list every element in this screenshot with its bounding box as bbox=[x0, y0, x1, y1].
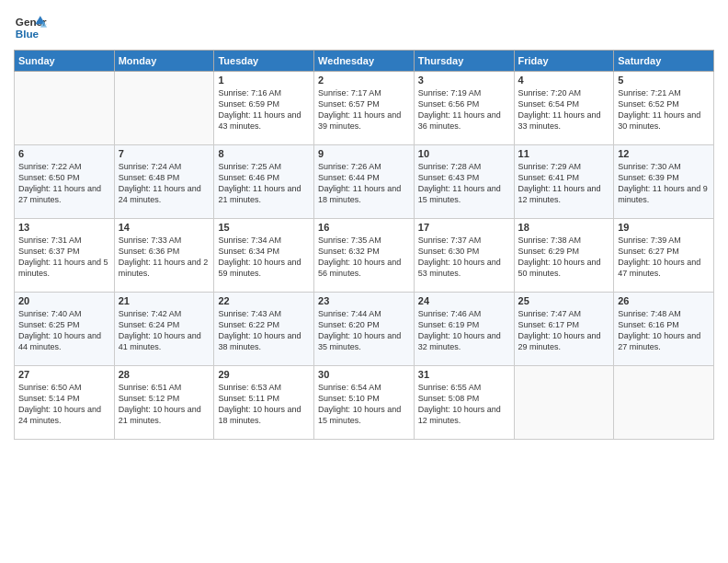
day-detail: Sunrise: 7:17 AM Sunset: 6:57 PM Dayligh… bbox=[318, 87, 410, 132]
day-detail: Sunrise: 7:47 AM Sunset: 6:17 PM Dayligh… bbox=[518, 308, 610, 353]
day-number: 26 bbox=[618, 295, 710, 306]
day-detail: Sunrise: 7:26 AM Sunset: 6:44 PM Dayligh… bbox=[318, 161, 410, 206]
calendar-cell bbox=[15, 72, 115, 145]
day-number: 27 bbox=[18, 369, 110, 380]
day-detail: Sunrise: 6:53 AM Sunset: 5:11 PM Dayligh… bbox=[218, 382, 310, 427]
day-of-week-header: Tuesday bbox=[214, 51, 314, 72]
day-number: 22 bbox=[218, 295, 310, 306]
day-number: 21 bbox=[119, 295, 210, 306]
day-number: 3 bbox=[418, 75, 510, 86]
calendar-week-row: 27Sunrise: 6:50 AM Sunset: 5:14 PM Dayli… bbox=[15, 366, 714, 440]
calendar-cell bbox=[614, 366, 714, 440]
day-detail: Sunrise: 7:28 AM Sunset: 6:43 PM Dayligh… bbox=[418, 161, 510, 206]
day-number: 25 bbox=[518, 295, 610, 306]
calendar-cell: 7Sunrise: 7:24 AM Sunset: 6:48 PM Daylig… bbox=[114, 145, 214, 219]
day-detail: Sunrise: 7:37 AM Sunset: 6:30 PM Dayligh… bbox=[418, 235, 510, 280]
day-of-week-header: Wednesday bbox=[314, 51, 415, 72]
day-detail: Sunrise: 7:29 AM Sunset: 6:41 PM Dayligh… bbox=[518, 161, 610, 206]
day-number: 17 bbox=[418, 222, 510, 233]
calendar-cell: 30Sunrise: 6:54 AM Sunset: 5:10 PM Dayli… bbox=[314, 366, 415, 440]
day-number: 2 bbox=[318, 75, 410, 86]
calendar-week-row: 1Sunrise: 7:16 AM Sunset: 6:59 PM Daylig… bbox=[15, 72, 714, 145]
calendar-cell: 15Sunrise: 7:34 AM Sunset: 6:34 PM Dayli… bbox=[214, 219, 314, 293]
svg-text:Blue: Blue bbox=[16, 28, 40, 40]
day-number: 10 bbox=[418, 148, 510, 159]
day-number: 24 bbox=[418, 295, 510, 306]
day-number: 15 bbox=[218, 222, 310, 233]
day-detail: Sunrise: 7:33 AM Sunset: 6:36 PM Dayligh… bbox=[119, 235, 210, 280]
day-detail: Sunrise: 7:20 AM Sunset: 6:54 PM Dayligh… bbox=[518, 87, 610, 132]
day-number: 18 bbox=[518, 222, 610, 233]
calendar-cell: 3Sunrise: 7:19 AM Sunset: 6:56 PM Daylig… bbox=[414, 72, 514, 145]
calendar-cell: 4Sunrise: 7:20 AM Sunset: 6:54 PM Daylig… bbox=[514, 72, 614, 145]
calendar-cell: 10Sunrise: 7:28 AM Sunset: 6:43 PM Dayli… bbox=[414, 145, 514, 219]
calendar-cell: 29Sunrise: 6:53 AM Sunset: 5:11 PM Dayli… bbox=[214, 366, 314, 440]
day-number: 6 bbox=[18, 148, 110, 159]
calendar-table: SundayMondayTuesdayWednesdayThursdayFrid… bbox=[14, 50, 714, 440]
logo: General Blue bbox=[14, 9, 47, 42]
day-of-week-header: Friday bbox=[514, 51, 614, 72]
calendar-cell: 5Sunrise: 7:21 AM Sunset: 6:52 PM Daylig… bbox=[614, 72, 714, 145]
calendar-cell: 8Sunrise: 7:25 AM Sunset: 6:46 PM Daylig… bbox=[214, 145, 314, 219]
calendar-cell: 22Sunrise: 7:43 AM Sunset: 6:22 PM Dayli… bbox=[214, 293, 314, 366]
day-detail: Sunrise: 7:25 AM Sunset: 6:46 PM Dayligh… bbox=[218, 161, 310, 206]
calendar-cell: 16Sunrise: 7:35 AM Sunset: 6:32 PM Dayli… bbox=[314, 219, 415, 293]
day-number: 28 bbox=[119, 369, 210, 380]
calendar-cell: 17Sunrise: 7:37 AM Sunset: 6:30 PM Dayli… bbox=[414, 219, 514, 293]
calendar-week-row: 20Sunrise: 7:40 AM Sunset: 6:25 PM Dayli… bbox=[15, 293, 714, 366]
day-number: 7 bbox=[119, 148, 210, 159]
calendar-cell bbox=[514, 366, 614, 440]
day-number: 5 bbox=[618, 75, 710, 86]
day-number: 23 bbox=[318, 295, 410, 306]
calendar-header-row: SundayMondayTuesdayWednesdayThursdayFrid… bbox=[15, 51, 714, 72]
calendar-cell: 6Sunrise: 7:22 AM Sunset: 6:50 PM Daylig… bbox=[15, 145, 115, 219]
calendar-cell: 2Sunrise: 7:17 AM Sunset: 6:57 PM Daylig… bbox=[314, 72, 415, 145]
day-number: 19 bbox=[618, 222, 710, 233]
calendar-cell: 23Sunrise: 7:44 AM Sunset: 6:20 PM Dayli… bbox=[314, 293, 415, 366]
calendar-week-row: 6Sunrise: 7:22 AM Sunset: 6:50 PM Daylig… bbox=[15, 145, 714, 219]
day-detail: Sunrise: 7:30 AM Sunset: 6:39 PM Dayligh… bbox=[618, 161, 710, 206]
calendar-cell: 31Sunrise: 6:55 AM Sunset: 5:08 PM Dayli… bbox=[414, 366, 514, 440]
calendar-cell: 14Sunrise: 7:33 AM Sunset: 6:36 PM Dayli… bbox=[114, 219, 214, 293]
day-detail: Sunrise: 7:16 AM Sunset: 6:59 PM Dayligh… bbox=[218, 87, 310, 132]
day-of-week-header: Saturday bbox=[614, 51, 714, 72]
logo-icon: General Blue bbox=[14, 9, 47, 42]
day-number: 20 bbox=[18, 295, 110, 306]
day-number: 4 bbox=[518, 75, 610, 86]
calendar-cell: 25Sunrise: 7:47 AM Sunset: 6:17 PM Dayli… bbox=[514, 293, 614, 366]
day-number: 31 bbox=[418, 369, 510, 380]
calendar-cell: 27Sunrise: 6:50 AM Sunset: 5:14 PM Dayli… bbox=[15, 366, 115, 440]
day-of-week-header: Monday bbox=[114, 51, 214, 72]
day-detail: Sunrise: 7:43 AM Sunset: 6:22 PM Dayligh… bbox=[218, 308, 310, 353]
day-detail: Sunrise: 7:39 AM Sunset: 6:27 PM Dayligh… bbox=[618, 235, 710, 280]
day-detail: Sunrise: 7:40 AM Sunset: 6:25 PM Dayligh… bbox=[18, 308, 110, 353]
calendar-cell: 19Sunrise: 7:39 AM Sunset: 6:27 PM Dayli… bbox=[614, 219, 714, 293]
day-number: 1 bbox=[218, 75, 310, 86]
day-number: 30 bbox=[318, 369, 410, 380]
calendar-cell: 13Sunrise: 7:31 AM Sunset: 6:37 PM Dayli… bbox=[15, 219, 115, 293]
day-detail: Sunrise: 6:54 AM Sunset: 5:10 PM Dayligh… bbox=[318, 382, 410, 427]
day-of-week-header: Thursday bbox=[414, 51, 514, 72]
calendar-cell: 20Sunrise: 7:40 AM Sunset: 6:25 PM Dayli… bbox=[15, 293, 115, 366]
day-number: 12 bbox=[618, 148, 710, 159]
day-detail: Sunrise: 7:44 AM Sunset: 6:20 PM Dayligh… bbox=[318, 308, 410, 353]
calendar-cell: 11Sunrise: 7:29 AM Sunset: 6:41 PM Dayli… bbox=[514, 145, 614, 219]
day-detail: Sunrise: 7:48 AM Sunset: 6:16 PM Dayligh… bbox=[618, 308, 710, 353]
calendar-cell bbox=[114, 72, 214, 145]
day-number: 13 bbox=[18, 222, 110, 233]
day-detail: Sunrise: 6:50 AM Sunset: 5:14 PM Dayligh… bbox=[18, 382, 110, 427]
day-detail: Sunrise: 7:38 AM Sunset: 6:29 PM Dayligh… bbox=[518, 235, 610, 280]
day-detail: Sunrise: 7:21 AM Sunset: 6:52 PM Dayligh… bbox=[618, 87, 710, 132]
calendar-cell: 18Sunrise: 7:38 AM Sunset: 6:29 PM Dayli… bbox=[514, 219, 614, 293]
day-detail: Sunrise: 7:19 AM Sunset: 6:56 PM Dayligh… bbox=[418, 87, 510, 132]
day-number: 11 bbox=[518, 148, 610, 159]
calendar-cell: 28Sunrise: 6:51 AM Sunset: 5:12 PM Dayli… bbox=[114, 366, 214, 440]
day-number: 29 bbox=[218, 369, 310, 380]
calendar-cell: 1Sunrise: 7:16 AM Sunset: 6:59 PM Daylig… bbox=[214, 72, 314, 145]
calendar-cell: 12Sunrise: 7:30 AM Sunset: 6:39 PM Dayli… bbox=[614, 145, 714, 219]
day-number: 16 bbox=[318, 222, 410, 233]
day-number: 9 bbox=[318, 148, 410, 159]
calendar-cell: 26Sunrise: 7:48 AM Sunset: 6:16 PM Dayli… bbox=[614, 293, 714, 366]
day-detail: Sunrise: 7:24 AM Sunset: 6:48 PM Dayligh… bbox=[119, 161, 210, 206]
calendar-cell: 21Sunrise: 7:42 AM Sunset: 6:24 PM Dayli… bbox=[114, 293, 214, 366]
